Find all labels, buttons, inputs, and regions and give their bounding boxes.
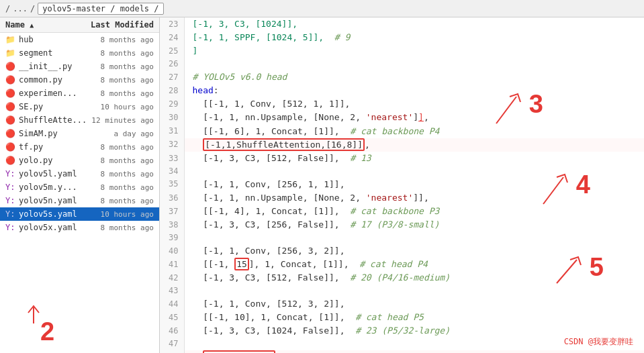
py-icon: 🔴: [5, 129, 16, 138]
file-item-yolov5x[interactable]: Y:yolov5x.yaml 8 months ago: [0, 221, 159, 234]
file-name-text: yolov5n.yaml: [19, 196, 77, 205]
code-line-32: 32 [-1,1,ShuffleAttention,[16,8]],: [160, 138, 644, 152]
code-line-38: 38 [-1, 3, C3, [256, False]], # 17 (P3/8…: [160, 218, 644, 232]
folder-icon: 📁: [5, 48, 16, 58]
code-line-35: 35 [-1, 1, Conv, [256, 1, 1]],: [160, 178, 644, 191]
file-mod: 8 months ago: [101, 36, 154, 44]
breadcrumb-sep2: /: [30, 4, 35, 13]
code-line-36: 36 [-1, 1, nn.Upsample, [None, 2, 'neare…: [160, 191, 644, 205]
code-line-23: 23 [-1, 3, C3, [1024]],: [160, 17, 644, 31]
code-line-45: 45 [[-1, 10], 1, Concat, [1]], # cat hea…: [160, 311, 644, 324]
file-item-se[interactable]: 🔴SE.py 10 hours ago: [0, 100, 159, 113]
file-mod: 8 months ago: [101, 197, 154, 205]
file-mod: 8 months ago: [101, 62, 154, 71]
watermark: CSDN @我要变胖哇: [564, 336, 633, 348]
file-item-yolov5m[interactable]: Y:yolov5m.y... 8 months ago: [0, 181, 159, 194]
file-mod: a day ago: [113, 130, 154, 138]
file-mod: 8 months ago: [101, 170, 154, 179]
file-name-text: experimen...: [19, 89, 77, 98]
file-name-text: common.py: [19, 75, 62, 85]
file-item-yolo[interactable]: 🔴yolo.py 8 months ago: [0, 154, 159, 167]
code-line-31: 31 [[-1, 6], 1, Concat, [1]], # cat back…: [160, 125, 644, 138]
code-line-29: 29 [[-1, 1, Conv, [512, 1, 1]],: [160, 97, 644, 111]
file-mod: 8 months ago: [101, 49, 154, 58]
code-line-27: 27 # YOLOv5 v6.0 head: [160, 70, 644, 84]
file-item-simam[interactable]: 🔴SimAM.py a day ago: [0, 127, 159, 140]
py-icon: 🔴: [5, 142, 16, 152]
code-line-33: 33 [-1, 3, C3, [512, False]], # 13: [160, 152, 644, 165]
code-line-39: 39: [160, 232, 644, 244]
col-name-header: Name ▲: [5, 20, 91, 30]
code-line-24: 24 [-1, 1, SPPF, [1024, 5]], # 9: [160, 31, 644, 44]
code-line-37: 37 [[-1, 4], 1, Concat, [1]], # cat back…: [160, 205, 644, 218]
file-name-text: yolov5l.yaml: [19, 169, 77, 179]
breadcrumb-bar: / ... / yolov5-master / models /: [0, 0, 644, 17]
file-mod: 12 minutes ago: [91, 116, 154, 125]
path-box: yolov5-master / models /: [38, 3, 163, 15]
file-name-text: tf.py: [19, 142, 43, 152]
file-item-yolov5n[interactable]: Y:yolov5n.yaml 8 months ago: [0, 194, 159, 207]
file-item-init[interactable]: 🔴__init__.py 8 months ago: [0, 60, 159, 73]
file-name-text: SimAM.py: [19, 129, 58, 138]
file-mod: 8 months ago: [101, 223, 154, 232]
file-name-text: yolo.py: [19, 156, 53, 165]
code-line-40: 40 [-1, 1, Conv, [256, 3, 2]],: [160, 244, 644, 258]
file-item-yolov5l[interactable]: Y:yolov5l.yaml 8 months ago: [0, 167, 159, 181]
file-mod: 10 hours ago: [101, 210, 154, 219]
py-icon: 🔴: [5, 62, 16, 71]
file-mod: 8 months ago: [101, 76, 154, 85]
file-mod: 10 hours ago: [101, 103, 154, 111]
file-name-text: hub: [19, 35, 34, 44]
py-icon: 🔴: [5, 115, 16, 125]
py-icon: 🔴: [5, 156, 16, 165]
code-line-28: 28 head:: [160, 84, 644, 97]
file-mod: 8 months ago: [101, 156, 154, 165]
file-mod: 8 months ago: [101, 183, 154, 192]
file-name-text: yolov5x.yaml: [19, 223, 77, 232]
code-line-26: 26: [160, 58, 644, 70]
yaml-icon: Y:: [5, 223, 16, 232]
file-item-segment[interactable]: 📁segment 8 months ago: [0, 46, 159, 60]
file-list[interactable]: 📁hub 8 months ago 📁segment 8 months ago …: [0, 33, 159, 299]
code-line-44: 44 [-1, 1, Conv, [512, 3, 2]],: [160, 297, 644, 311]
code-line-48: 48 [[18, 21, 24], 1, Detect, [nc, anchor…: [160, 350, 644, 353]
file-item-hub[interactable]: 📁hub 8 months ago: [0, 33, 159, 46]
breadcrumb-sep: /: [5, 4, 10, 13]
file-item-tf[interactable]: 🔴tf.py 8 months ago: [0, 140, 159, 154]
file-item-experimen[interactable]: 🔴experimen... 8 months ago: [0, 87, 159, 100]
file-item-common[interactable]: 🔴common.py 8 months ago: [0, 73, 159, 87]
code-line-41: 41 [[-1, 15], 1, Concat, [1]], # cat hea…: [160, 258, 644, 271]
code-editor: 23 [-1, 3, C3, [1024]], 24 [-1, 1, SPPF,…: [160, 17, 644, 353]
code-content: 23 [-1, 3, C3, [1024]], 24 [-1, 1, SPPF,…: [160, 17, 644, 353]
file-name-text: __init__.py: [19, 62, 72, 71]
code-line-30: 30 [-1, 1, nn.Upsample, [None, 2, 'neare…: [160, 111, 644, 124]
file-mod: 8 months ago: [101, 89, 154, 98]
folder-icon: 📁: [5, 35, 16, 44]
col-mod-header: Last Modified: [91, 20, 154, 30]
code-line-25: 25 ]: [160, 44, 644, 58]
code-table: 23 [-1, 3, C3, [1024]], 24 [-1, 1, SPPF,…: [160, 17, 644, 353]
sidebar-bottom: 2: [0, 299, 159, 353]
file-name-text: SE.py: [19, 102, 43, 111]
yaml-icon: Y:: [5, 169, 16, 179]
py-icon: 🔴: [5, 89, 16, 98]
py-icon: 🔴: [5, 102, 16, 111]
file-item-yolov5s[interactable]: Y:yolov5s.yaml 10 hours ago: [0, 207, 159, 221]
file-name-text: segment: [19, 48, 53, 58]
yaml-icon: Y:: [5, 196, 16, 205]
code-line-34: 34: [160, 165, 644, 178]
code-line-43: 43: [160, 285, 644, 297]
file-name-text: yolov5m.y...: [19, 183, 77, 192]
breadcrumb-dots: ...: [13, 4, 28, 13]
code-line-42: 42 [-1, 3, C3, [512, False]], # 20 (P4/1…: [160, 271, 644, 285]
yaml-icon: Y:: [5, 183, 16, 192]
arrow-up-2: [20, 305, 47, 325]
sidebar-header: Name ▲ Last Modified: [0, 17, 159, 33]
file-sidebar: Name ▲ Last Modified 📁hub 8 months ago 📁…: [0, 17, 160, 353]
yaml-icon: Y:: [5, 209, 16, 219]
py-icon: 🔴: [5, 75, 16, 85]
file-name-text: yolov5s.yaml: [19, 209, 77, 219]
file-name-text: ShuffleAtte...: [19, 115, 87, 125]
file-mod: 8 months ago: [101, 143, 154, 152]
file-item-shuffle[interactable]: 🔴ShuffleAtte... 12 minutes ago: [0, 113, 159, 127]
